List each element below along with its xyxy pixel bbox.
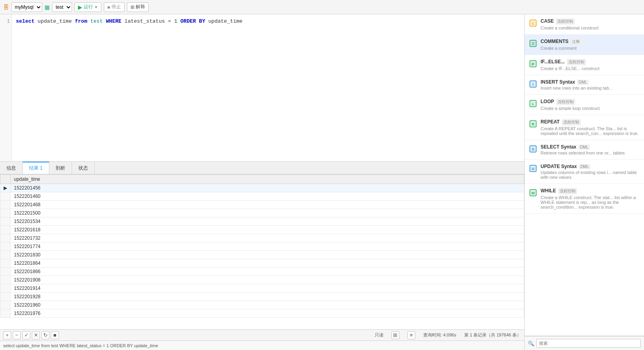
snippet-icon-ifelse: IF [529,59,537,68]
db-select[interactable]: myMysql [11,2,42,12]
cell-update-time[interactable]: 1522201976 [11,309,524,318]
explain-label: 解释 [136,4,145,10]
snippet-title-text-insert: INSERT Syntax [541,79,575,85]
row-indicator [0,209,11,217]
row-indicator-header [0,175,11,184]
stop-query-button[interactable]: ■ [51,331,59,339]
explain-button[interactable]: ⊞ 解释 [127,2,149,12]
snippet-item-case[interactable]: C CASE流程控制Create a conditional construct [525,14,644,35]
table-select[interactable]: test [52,2,72,12]
search-icon: 🔍 [528,340,534,346]
snippet-icon-case: C [529,19,537,27]
snippet-item-select[interactable]: S SELECT SyntaxDMLRetrieve rows selected… [525,140,644,160]
row-indicator [0,276,11,284]
remove-row-button[interactable]: − [13,331,21,339]
snippet-desc-loop: Create a simple loop construct [541,106,640,111]
table-row: 1522201960 [0,301,524,309]
readonly-label: 只读 [375,332,383,338]
cell-update-time[interactable]: 1522201864 [11,259,524,268]
snippet-badge-loop: 流程控制 [556,99,575,105]
snippet-content-while: WHILE流程控制Create a WHILE construct. The s… [541,188,640,209]
snippet-item-ifelse[interactable]: IF IF...ELSE...流程控制Create a IF...ELSE...… [525,55,644,75]
snippet-badge-repeat: 流程控制 [562,119,581,125]
snippet-title-text-while: WHILE [541,188,556,194]
table-row: 1522201976 [0,309,524,318]
tab-analysis[interactable]: 剖析 [49,162,72,174]
cell-update-time[interactable]: 1522201866 [11,268,524,276]
svg-text:R: R [532,122,535,126]
table-row: ▶1522201456 [0,184,524,192]
snippet-title-select: SELECT SyntaxDML [541,144,640,150]
row-indicator [0,301,11,309]
snippet-badge-select: DML [578,145,590,150]
right-panel: C CASE流程控制Create a conditional construct… [525,14,644,350]
cell-update-time[interactable]: 1522201468 [11,201,524,209]
snippet-content-comments: COMMENTS注释Create a comment [541,39,640,51]
db-icon: 🗄 [3,4,9,10]
svg-text:IF: IF [531,62,535,66]
cell-update-time[interactable]: 1522201534 [11,217,524,226]
snippet-search-input[interactable] [536,339,641,348]
snippet-item-update[interactable]: U UPDATE SyntaxDMLUpdates columns of exi… [525,160,644,184]
table-row: 1522201618 [0,226,524,234]
snippet-content-ifelse: IF...ELSE...流程控制Create a IF...ELSE... co… [541,59,640,71]
cancel-edit-button[interactable]: ✕ [32,331,40,339]
svg-text:S: S [532,147,534,151]
column-header-update-time[interactable]: update_time [11,175,524,184]
snippet-content-repeat: REPEAT流程控制Create A REPEAT construct. The… [541,119,640,136]
cell-update-time[interactable]: 1522201928 [11,293,524,301]
snippet-item-loop[interactable]: L LOOP流程控制Create a simple loop construct [525,95,644,115]
status-right: 只读 ⊞ ≡ 查询时间: 4.096s 第 1 条记录（共 197646 条） [375,331,521,339]
grid-view-button[interactable]: ⊞ [391,331,399,339]
bottom-tabs: 信息 结果 1 剖析 状态 [0,162,524,174]
stop-icon: ■ [107,5,110,10]
toolbar: 🗄 myMysql ▦ test ▶ 运行 ▼ ■ 停止 ⊞ 解释 [0,0,644,14]
tab-info[interactable]: 信息 [0,162,23,174]
snippet-desc-update: Updates columns of existing rows i... na… [541,170,640,180]
confirm-button[interactable]: ✓ [22,331,30,339]
table-row: 1522201460 [0,192,524,201]
cell-update-time[interactable]: 1522201456 [11,184,524,192]
snippet-title-text-ifelse: IF...ELSE... [541,59,565,65]
cell-update-time[interactable]: 1522201908 [11,276,524,284]
left-panel: 1 select update_time from test WHERE lat… [0,14,525,350]
results-area: update_time ▶152220145615222014601522201… [0,174,524,329]
row-indicator [0,259,11,268]
explain-icon: ⊞ [130,4,134,10]
cell-update-time[interactable]: 1522201774 [11,242,524,251]
run-button[interactable]: ▶ 运行 ▼ [74,2,101,12]
snippet-desc-select: Retrieve rows selected from one or... ta… [541,151,640,155]
cell-update-time[interactable]: 1522201960 [11,301,524,309]
editor[interactable]: 1 select update_time from test WHERE lat… [0,14,524,162]
cell-update-time[interactable]: 1522201732 [11,234,524,242]
row-indicator [0,226,11,234]
tab-result1[interactable]: 结果 1 [23,162,49,174]
table-row: 1522201500 [0,209,524,217]
snippet-item-insert[interactable]: I INSERT SyntaxDMLInsert new rows into a… [525,75,644,95]
code-area[interactable]: select update_time from test WHERE lates… [12,14,524,161]
snippet-desc-comments: Create a comment [541,46,640,51]
refresh-button[interactable]: ↻ [41,331,49,339]
cell-update-time[interactable]: 1522201618 [11,226,524,234]
snippet-item-comments[interactable]: // COMMENTS注释Create a comment [525,35,644,55]
snippet-title-text-comments: COMMENTS [541,39,568,44]
stop-button[interactable]: ■ 停止 [104,2,125,12]
add-row-button[interactable]: + [3,331,11,339]
snippet-content-select: SELECT SyntaxDMLRetrieve rows selected f… [541,144,640,155]
snippet-badge-update: DML [579,164,590,169]
table-icon: ▦ [45,4,50,10]
play-icon: ▶ [78,4,82,10]
cell-update-time[interactable]: 1522201830 [11,251,524,259]
snippet-desc-ifelse: Create a IF...ELSE... construct [541,66,640,71]
cell-update-time[interactable]: 1522201914 [11,284,524,293]
snippet-badge-while: 流程控制 [558,188,577,194]
tab-status[interactable]: 状态 [72,162,95,174]
snippet-item-while[interactable]: W WHILE流程控制Create a WHILE construct. The… [525,184,644,214]
snippet-content-insert: INSERT SyntaxDMLInsert new rows into an … [541,79,640,90]
list-view-button[interactable]: ≡ [407,331,415,339]
cell-update-time[interactable]: 1522201460 [11,192,524,201]
snippet-title-text-repeat: REPEAT [541,119,560,125]
snippet-badge-case: 流程控制 [556,18,575,25]
cell-update-time[interactable]: 1522201500 [11,209,524,217]
snippet-item-repeat[interactable]: R REPEAT流程控制Create A REPEAT construct. T… [525,115,644,140]
